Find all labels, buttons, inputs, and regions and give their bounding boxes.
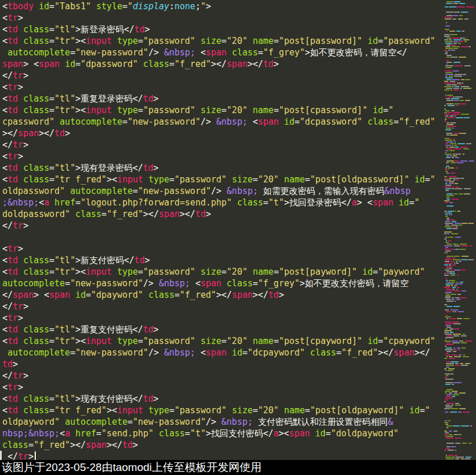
code-line: </tr>	[2, 70, 440, 81]
code-line: class="f_red"></span></td>	[2, 439, 440, 451]
code-line: </tr>	[2, 451, 440, 460]
code-line: doldpassword" class="f_red"></span></td>	[2, 208, 440, 220]
code-line: </tr>	[2, 220, 440, 231]
code-line: autocomplete="new-password"/> &nbsp; <sp…	[2, 47, 440, 58]
code-line: ;&nbsp;<a href="logout.php?forward=send.…	[2, 197, 440, 208]
code-line: <td class="tl">新支付密码</td>	[2, 255, 440, 266]
code-line: <tr>	[2, 151, 440, 162]
code-line: </tr>	[2, 370, 440, 382]
code-line: <tr>	[2, 382, 440, 393]
code-line: <tr>	[2, 312, 440, 324]
code-line: cpassword" autocomplete="new-password"/>…	[2, 116, 440, 128]
code-line: oldpassword" autocomplete="new-password"…	[2, 185, 440, 197]
code-line: autocomplete="new-password"/> &nbsp; <sp…	[2, 278, 440, 289]
minimap[interactable]	[444, 0, 476, 460]
code-line: <td class="tl">重复登录密码</td>	[2, 93, 440, 104]
code-line: <td class="tr"><input type="password" si…	[2, 266, 440, 278]
code-line: </tr>	[2, 301, 440, 312]
watermark-caption-bar: 该图片于2023-05-28由taomodi上传至模板开发网使用	[0, 460, 476, 475]
code-line: <td class="tr f_red"><input type="passwo…	[2, 174, 440, 185]
code-line: <tr>	[2, 12, 440, 24]
watermark-caption-text: 该图片于2023-05-28由taomodi上传至模板开发网使用	[2, 461, 262, 473]
code-line: <td class="tl">现有支付密码</td>	[2, 393, 440, 405]
code-line: <td class="tl">现有登录密码</td>	[2, 162, 440, 174]
code-line: ></span></td>	[2, 128, 440, 139]
code-editor[interactable]: <tbody id="Tabs1" style="display:none;">…	[0, 0, 440, 460]
code-line: <td class="tr"><input type="password" si…	[2, 335, 440, 347]
code-line: span> <span id="dpassword" class="f_red"…	[2, 58, 440, 70]
code-line: <tbody id="Tabs1" style="display:none;">	[2, 1, 440, 12]
code-line: <td class="tl">新登录密码</td>	[2, 24, 440, 35]
code-line: autocomplete="new-password"/> &nbsp; <sp…	[2, 347, 440, 358]
code-line	[2, 231, 440, 243]
code-line: <td class="tr f_red"><input type="passwo…	[2, 405, 440, 416]
code-line: </tr>	[2, 139, 440, 151]
code-line: <td class="tl">重复支付密码</td>	[2, 324, 440, 335]
code-line: td>	[2, 358, 440, 370]
code-line: <td class="tr"><input type="password" si…	[2, 35, 440, 47]
code-line: <tr>	[2, 81, 440, 93]
code-line: nbsp;&nbsp;<a href="send.php" class="t">…	[2, 428, 440, 439]
code-line: </span> <span id="dpayword" class="f_red…	[2, 289, 440, 301]
text-cursor	[35, 451, 36, 460]
code-line: oldpayword" autocomplete="new-password"/…	[2, 416, 440, 428]
code-line: <tr>	[2, 243, 440, 255]
code-line: <td class="tr"><input type="password" si…	[2, 104, 440, 116]
